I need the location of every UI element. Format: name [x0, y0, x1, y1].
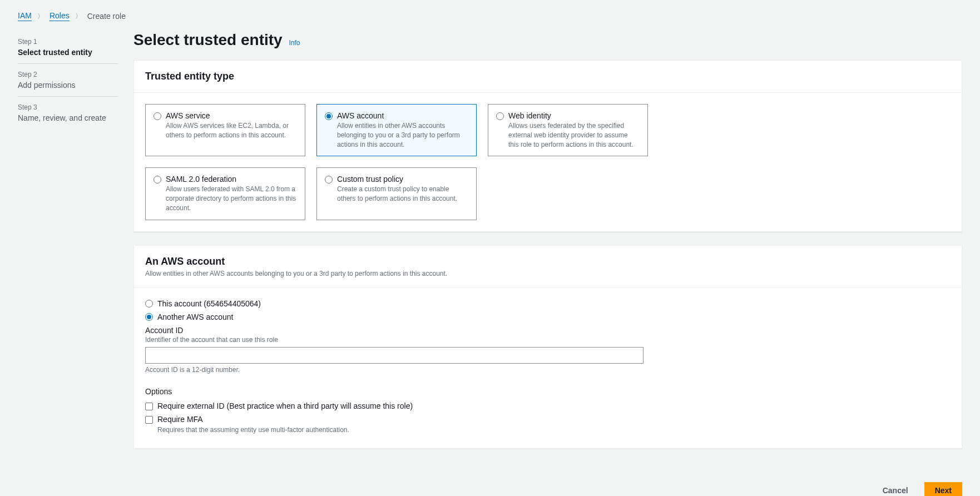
- checkbox-label: Require MFA: [157, 415, 203, 424]
- tile-custom-trust-policy[interactable]: Custom trust policy Create a custom trus…: [316, 167, 477, 220]
- checkbox-require-external-id[interactable]: Require external ID (Best practice when …: [145, 401, 951, 410]
- radio-another-account[interactable]: Another AWS account: [145, 313, 951, 321]
- radio-icon: [154, 112, 161, 120]
- tile-desc: Allow users federated with SAML 2.0 from…: [166, 185, 297, 212]
- checkbox-require-mfa[interactable]: Require MFA: [145, 415, 951, 424]
- page-title: Select trusted entity Info: [133, 31, 962, 49]
- chevron-right-icon: 〉: [75, 12, 82, 21]
- tile-aws-account[interactable]: AWS account Allow entities in other AWS …: [316, 104, 477, 156]
- step-title: Select trusted entity: [18, 48, 118, 57]
- options-title: Options: [145, 387, 951, 396]
- step-label: Step 1: [18, 38, 118, 46]
- tile-web-identity[interactable]: Web identity Allows users federated by t…: [488, 104, 648, 156]
- tile-title: AWS service: [166, 111, 297, 120]
- radio-icon: [496, 112, 504, 120]
- radio-icon: [145, 313, 153, 321]
- step-title: Name, review, and create: [18, 113, 118, 122]
- aws-account-heading: An AWS account: [145, 256, 951, 267]
- tile-desc: Allow AWS services like EC2, Lambda, or …: [166, 121, 297, 140]
- radio-icon: [325, 176, 333, 183]
- cancel-button[interactable]: Cancel: [872, 482, 919, 496]
- checkbox-label: Require external ID (Best practice when …: [157, 401, 413, 410]
- tile-aws-service[interactable]: AWS service Allow AWS services like EC2,…: [145, 104, 305, 156]
- next-button[interactable]: Next: [924, 482, 962, 496]
- radio-icon: [154, 176, 161, 183]
- tile-title: AWS account: [337, 111, 468, 120]
- account-id-helper: Account ID is a 12-digit number.: [145, 366, 951, 374]
- radio-label: This account (654654405064): [157, 299, 261, 308]
- radio-this-account[interactable]: This account (654654405064): [145, 299, 951, 308]
- wizard-footer: Cancel Next: [872, 482, 962, 496]
- tile-desc: Create a custom trust policy to enable o…: [337, 185, 468, 204]
- wizard-steps: Step 1 Select trusted entity Step 2 Add …: [18, 31, 118, 462]
- radio-icon: [145, 300, 153, 307]
- radio-icon: [325, 112, 333, 120]
- account-id-label: Account ID: [145, 326, 951, 335]
- chevron-right-icon: 〉: [37, 12, 44, 21]
- trusted-entity-heading: Trusted entity type: [145, 71, 951, 82]
- aws-account-panel: An AWS account Allow entities in other A…: [133, 245, 962, 449]
- tile-saml-federation[interactable]: SAML 2.0 federation Allow users federate…: [145, 167, 305, 220]
- account-id-hint: Identifier of the account that can use t…: [145, 336, 951, 344]
- tile-title: Custom trust policy: [337, 175, 468, 183]
- account-id-input[interactable]: [145, 347, 644, 364]
- checkbox-require-mfa-sub: Requires that the assuming entity use mu…: [157, 426, 951, 434]
- tile-desc: Allows users federated by the specified …: [508, 121, 640, 149]
- wizard-step-1[interactable]: Step 1 Select trusted entity: [18, 31, 118, 64]
- step-label: Step 3: [18, 103, 118, 111]
- info-link[interactable]: Info: [289, 39, 300, 47]
- wizard-step-3[interactable]: Step 3 Name, review, and create: [18, 97, 118, 129]
- trusted-entity-panel: Trusted entity type AWS service Allow AW…: [133, 60, 962, 232]
- aws-account-desc: Allow entities in other AWS accounts bel…: [145, 270, 951, 277]
- breadcrumb-current: Create role: [87, 12, 126, 21]
- breadcrumb-iam[interactable]: IAM: [18, 11, 32, 21]
- step-title: Add permissions: [18, 81, 118, 90]
- tile-desc: Allow entities in other AWS accounts bel…: [337, 121, 468, 149]
- checkbox-icon: [145, 416, 153, 424]
- checkbox-icon: [145, 403, 153, 410]
- tile-title: Web identity: [508, 111, 640, 120]
- radio-label: Another AWS account: [157, 313, 233, 321]
- step-label: Step 2: [18, 71, 118, 78]
- breadcrumb-roles[interactable]: Roles: [50, 11, 70, 21]
- tile-title: SAML 2.0 federation: [166, 175, 297, 183]
- wizard-step-2[interactable]: Step 2 Add permissions: [18, 64, 118, 97]
- breadcrumb: IAM 〉 Roles 〉 Create role: [0, 0, 980, 31]
